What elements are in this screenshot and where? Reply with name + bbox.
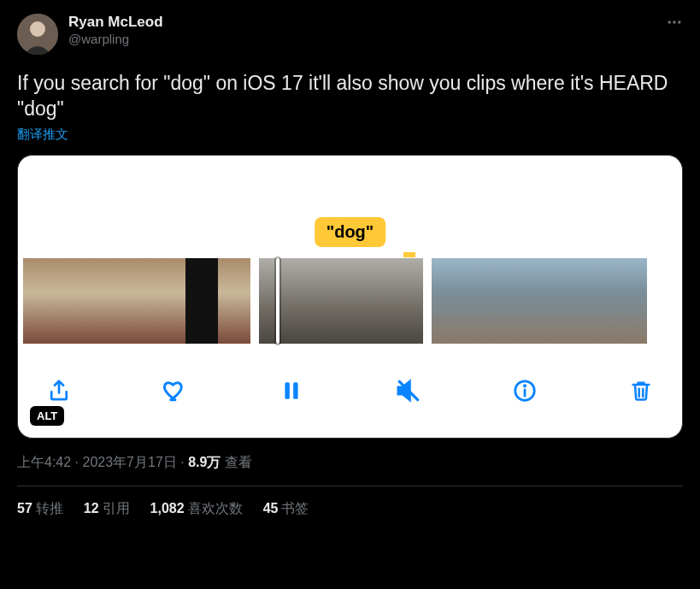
tweet-stats: 57转推 12引用 1,082喜欢次数 45书签 — [17, 500, 683, 518]
tweet-container: Ryan McLeod @warpling If you search for … — [0, 0, 700, 518]
stat-number: 1,082 — [150, 501, 185, 515]
display-name[interactable]: Ryan McLeod — [68, 14, 163, 31]
share-icon[interactable] — [40, 372, 78, 409]
heart-icon[interactable] — [156, 372, 194, 409]
clip-frame — [468, 258, 503, 344]
user-info: Ryan McLeod @warpling — [68, 14, 163, 48]
tweet-date[interactable]: 2023年7月17日 — [82, 455, 176, 469]
clip-thumbnail-group[interactable] — [432, 258, 647, 344]
stat-number: 12 — [84, 501, 99, 515]
clip-thumbnail-group[interactable] — [23, 258, 250, 344]
keyword-marker — [403, 252, 415, 257]
mute-icon[interactable] — [390, 372, 427, 409]
user-handle[interactable]: @warpling — [68, 31, 163, 48]
clip-frame — [88, 258, 121, 344]
clip-frame — [539, 258, 575, 344]
clip-frame — [575, 258, 611, 344]
clip-frame — [341, 258, 382, 344]
views-count[interactable]: 8.9万 — [188, 455, 221, 469]
svg-point-2 — [668, 21, 671, 23]
tweet-time[interactable]: 上午4:42 — [17, 455, 71, 469]
search-keyword-pill: "dog" — [315, 217, 386, 247]
separator: · — [71, 455, 82, 469]
info-icon[interactable] — [506, 372, 544, 409]
media-inner: "dog" — [18, 156, 682, 438]
alt-badge[interactable]: ALT — [30, 406, 64, 426]
clip-frame — [23, 258, 56, 344]
tweet-meta: 上午4:42 · 2023年7月17日 · 8.9万 查看 — [17, 454, 683, 472]
svg-point-4 — [678, 21, 680, 23]
clip-frame — [611, 258, 647, 344]
svg-point-1 — [30, 21, 45, 37]
media-top-area: "dog" — [18, 156, 682, 258]
stat-label: 书签 — [281, 501, 309, 515]
stat-label: 引用 — [103, 501, 130, 515]
stat-label: 喜欢次数 — [188, 501, 243, 515]
views-label: 查看 — [221, 455, 251, 469]
more-icon[interactable] — [666, 14, 683, 34]
clip-frame — [382, 258, 423, 344]
stat-number: 57 — [17, 501, 32, 515]
pause-icon[interactable] — [273, 372, 310, 409]
svg-point-10 — [524, 386, 526, 387]
clip-frame — [218, 258, 250, 344]
clip-frame — [56, 258, 88, 344]
divider — [17, 486, 683, 486]
likes-stat[interactable]: 1,082喜欢次数 — [150, 500, 243, 518]
trash-icon[interactable] — [622, 372, 660, 409]
avatar[interactable] — [17, 14, 58, 55]
playhead[interactable] — [269, 255, 286, 347]
clip-frame — [300, 258, 341, 344]
retweets-stat[interactable]: 57转推 — [17, 500, 63, 518]
media-attachment[interactable]: "dog" — [17, 155, 683, 439]
separator: · — [177, 455, 188, 469]
svg-rect-5 — [285, 382, 290, 399]
quotes-stat[interactable]: 12引用 — [84, 500, 130, 518]
svg-rect-6 — [294, 382, 298, 399]
tweet-header: Ryan McLeod @warpling — [17, 14, 683, 55]
clip-thumbnail-group[interactable] — [259, 258, 423, 344]
stat-label: 转推 — [36, 501, 63, 515]
media-toolbar — [18, 344, 682, 438]
bookmarks-stat[interactable]: 45书签 — [263, 500, 309, 518]
clip-frame — [121, 258, 153, 344]
clip-frame — [432, 258, 468, 344]
svg-point-3 — [673, 21, 675, 23]
clip-frame — [503, 258, 539, 344]
tweet-text: If you search for "dog" on iOS 17 it'll … — [17, 70, 683, 121]
stat-number: 45 — [263, 501, 279, 515]
clip-frame — [185, 258, 218, 344]
translate-link[interactable]: 翻译推文 — [17, 127, 683, 143]
clip-frame — [153, 258, 185, 344]
video-scrubber-row[interactable] — [18, 258, 682, 344]
